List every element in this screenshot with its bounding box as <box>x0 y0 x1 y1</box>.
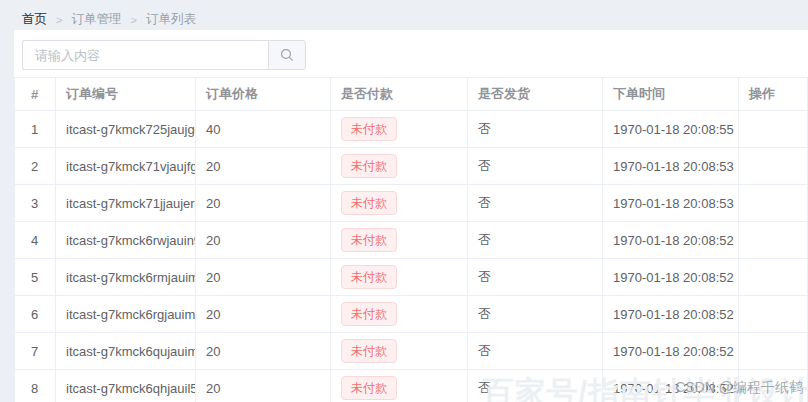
cell-pay-status: 未付款 <box>331 333 468 370</box>
unpaid-status-badge: 未付款 <box>341 228 397 252</box>
order-table: # 订单编号 订单价格 是否付款 是否发货 下单时间 操作 1 itcast-g… <box>14 77 808 402</box>
cell-pay-status: 未付款 <box>331 222 468 259</box>
column-header-actions: 操作 <box>739 78 808 111</box>
cell-time: 1970-01-18 20:08:52 <box>603 296 739 333</box>
cell-price: 20 <box>196 296 331 333</box>
cell-actions <box>739 333 808 370</box>
cell-actions <box>739 259 808 296</box>
cell-time: 1970-01-18 20:08:52 <box>603 222 739 259</box>
unpaid-status-badge: 未付款 <box>341 302 397 326</box>
cell-actions <box>739 185 808 222</box>
cell-order-no: itcast-g7kmck71vjaujfgoi <box>56 148 196 185</box>
cell-index: 3 <box>15 185 56 222</box>
cell-order-no: itcast-g7kmck71jjaujer6a <box>56 185 196 222</box>
cell-index: 1 <box>15 111 56 148</box>
order-table-header: # 订单编号 订单价格 是否付款 是否发货 下单时间 操作 <box>15 78 808 111</box>
table-row: 1 itcast-g7kmck725jaujgdts 40 未付款 否 1970… <box>15 111 808 148</box>
cell-price: 20 <box>196 259 331 296</box>
cell-actions <box>739 370 808 402</box>
unpaid-status-badge: 未付款 <box>341 339 397 363</box>
cell-pay-status: 未付款 <box>331 148 468 185</box>
cell-order-no: itcast-g7kmck6qhjauil5g2 <box>56 370 196 402</box>
breadcrumb-item-order-management[interactable]: 订单管理 <box>71 11 121 28</box>
breadcrumb-item-order-list: 订单列表 <box>146 11 196 28</box>
column-header-time: 下单时间 <box>603 78 739 111</box>
breadcrumb-separator-icon: > <box>56 14 62 26</box>
cell-pay-status: 未付款 <box>331 370 468 402</box>
unpaid-status-badge: 未付款 <box>341 117 397 141</box>
unpaid-status-badge: 未付款 <box>341 376 397 400</box>
search-button[interactable] <box>268 40 306 70</box>
cell-shipped: 否 <box>468 148 603 185</box>
order-list-card: # 订单编号 订单价格 是否付款 是否发货 下单时间 操作 1 itcast-g… <box>14 30 808 402</box>
cell-order-no: itcast-g7kmck725jaujgdts <box>56 111 196 148</box>
cell-price: 40 <box>196 111 331 148</box>
cell-shipped: 否 <box>468 222 603 259</box>
column-header-order-no: 订单编号 <box>56 78 196 111</box>
cell-order-no: itcast-g7kmck6rwjauin92y <box>56 222 196 259</box>
cell-price: 20 <box>196 370 331 402</box>
breadcrumb: 首页 > 订单管理 > 订单列表 <box>0 0 808 30</box>
column-header-shipped: 是否发货 <box>468 78 603 111</box>
cell-order-no: itcast-g7kmck6rmjauimx8v <box>56 259 196 296</box>
cell-index: 6 <box>15 296 56 333</box>
breadcrumb-separator-icon: > <box>130 14 136 26</box>
cell-pay-status: 未付款 <box>331 296 468 333</box>
unpaid-status-badge: 未付款 <box>341 265 397 289</box>
table-row: 4 itcast-g7kmck6rwjauin92y 20 未付款 否 1970… <box>15 222 808 259</box>
unpaid-status-badge: 未付款 <box>341 154 397 178</box>
cell-actions <box>739 296 808 333</box>
cell-shipped: 否 <box>468 111 603 148</box>
cell-time: 1970-01-18 20:08:53 <box>603 148 739 185</box>
cell-index: 2 <box>15 148 56 185</box>
search-input[interactable] <box>22 40 268 70</box>
magnifier-icon <box>280 48 294 62</box>
table-row: 6 itcast-g7kmck6rgjauimnw4 20 未付款 否 1970… <box>15 296 808 333</box>
cell-price: 20 <box>196 185 331 222</box>
cell-order-no: itcast-g7kmck6qujauim7bv <box>56 333 196 370</box>
order-table-body: 1 itcast-g7kmck725jaujgdts 40 未付款 否 1970… <box>15 111 808 402</box>
cell-price: 20 <box>196 148 331 185</box>
cell-pay-status: 未付款 <box>331 259 468 296</box>
cell-index: 5 <box>15 259 56 296</box>
cell-shipped: 否 <box>468 333 603 370</box>
cell-shipped: 否 <box>468 296 603 333</box>
column-header-pay-status: 是否付款 <box>331 78 468 111</box>
cell-time: 1970-01-18 20:08:52 <box>603 333 739 370</box>
unpaid-status-badge: 未付款 <box>341 191 397 215</box>
cell-price: 20 <box>196 222 331 259</box>
cell-order-no: itcast-g7kmck6rgjauimnw4 <box>56 296 196 333</box>
cell-price: 20 <box>196 333 331 370</box>
cell-pay-status: 未付款 <box>331 185 468 222</box>
table-row: 2 itcast-g7kmck71vjaujfgoi 20 未付款 否 1970… <box>15 148 808 185</box>
column-header-index: # <box>15 78 56 111</box>
cell-time: 1970-01-18 20:08:55 <box>603 111 739 148</box>
cell-time: 1970-01-18 20:08:52 <box>603 259 739 296</box>
table-row: 7 itcast-g7kmck6qujauim7bv 20 未付款 否 1970… <box>15 333 808 370</box>
cell-actions <box>739 148 808 185</box>
cell-actions <box>739 222 808 259</box>
cell-shipped: 否 <box>468 185 603 222</box>
cell-time: 1970-01-18 20:08:53 <box>603 185 739 222</box>
table-row: 3 itcast-g7kmck71jjaujer6a 20 未付款 否 1970… <box>15 185 808 222</box>
cell-time: 1970-01-18 20:08:52 <box>603 370 739 402</box>
cell-pay-status: 未付款 <box>331 111 468 148</box>
search-bar <box>14 30 808 77</box>
cell-shipped: 否 <box>468 259 603 296</box>
cell-actions <box>739 111 808 148</box>
cell-shipped: 否 <box>468 370 603 402</box>
cell-index: 7 <box>15 333 56 370</box>
table-row: 8 itcast-g7kmck6qhjauil5g2 20 未付款 否 1970… <box>15 370 808 402</box>
cell-index: 4 <box>15 222 56 259</box>
column-header-price: 订单价格 <box>196 78 331 111</box>
table-row: 5 itcast-g7kmck6rmjauimx8v 20 未付款 否 1970… <box>15 259 808 296</box>
breadcrumb-item-home[interactable]: 首页 <box>22 11 47 28</box>
cell-index: 8 <box>15 370 56 402</box>
